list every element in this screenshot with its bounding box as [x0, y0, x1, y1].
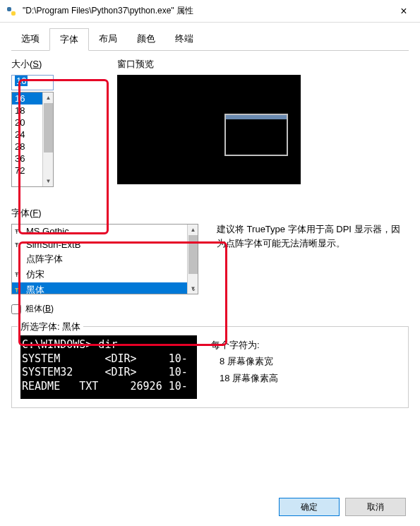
size-option[interactable]: 20 — [12, 116, 44, 128]
char-height-text: 18 屏幕像素高 — [211, 370, 400, 386]
truetype-icon: Ŧ — [15, 228, 23, 235]
font-option[interactable]: ŦMS Gothic — [12, 225, 198, 238]
truetype-icon: Ŧ — [15, 287, 23, 294]
scroll-thumb[interactable] — [188, 235, 198, 274]
scroll-up-icon[interactable]: ▲ — [188, 225, 198, 235]
bold-checkbox[interactable] — [11, 304, 21, 314]
cancel-button[interactable]: 取消 — [345, 498, 406, 516]
tab-font[interactable]: 字体 — [49, 28, 89, 51]
size-listbox[interactable]: 16 18 20 24 28 36 72 ▲ ▼ — [11, 92, 54, 187]
size-group: 大小(S) 16 16 18 20 24 28 36 72 ▲ ▼ — [11, 58, 103, 187]
svg-rect-1 — [11, 11, 16, 16]
truetype-icon: Ŧ — [15, 241, 23, 249]
preview-mini-titlebar — [226, 115, 287, 119]
ok-button[interactable]: 确定 — [279, 498, 340, 516]
scroll-thumb[interactable] — [44, 103, 53, 153]
char-info: 每个字符为: 8 屏幕像素宽 18 屏幕像素高 — [211, 335, 400, 399]
svg-rect-0 — [7, 7, 11, 11]
size-scrollbar[interactable]: ▲ ▼ — [42, 92, 53, 186]
scroll-down-icon[interactable]: ▼ — [44, 176, 53, 186]
size-input-value: 16 — [15, 76, 28, 86]
sample-console: C:\WINDOWS> dir SYSTEM <DIR> 10- SYSTEM3… — [20, 335, 197, 399]
tab-options[interactable]: 选项 — [11, 28, 49, 50]
font-scrollbar[interactable]: ▲ ▼ — [187, 225, 198, 294]
size-option[interactable]: 28 — [12, 141, 44, 153]
scroll-up-icon[interactable]: ▲ — [44, 92, 53, 103]
font-group: 字体(F) ŦMS Gothic ŦSimSun-ExtB 点阵字体 Ŧ仿宋 Ŧ… — [11, 207, 205, 294]
size-input[interactable]: 16 — [11, 75, 54, 90]
char-width-text: 8 屏幕像素宽 — [211, 353, 400, 369]
tab-bar: 选项 字体 布局 颜色 终端 — [11, 28, 409, 51]
selected-font-legend: 所选字体: 黑体 — [18, 321, 83, 333]
font-hint-text: 建议将 TrueType 字体用于高 DPI 显示器，因为点阵字体可能无法清晰显… — [217, 207, 409, 294]
font-option[interactable]: ŦSimSun-ExtB — [12, 238, 198, 251]
selected-font-group: 所选字体: 黑体 C:\WINDOWS> dir SYSTEM <DIR> 10… — [11, 326, 409, 408]
bold-checkbox-row: 粗体(B) — [11, 303, 409, 315]
char-info-label: 每个字符为: — [211, 337, 400, 353]
window-title: "D:\Program Files\Python37\python.exe" 属… — [23, 5, 388, 17]
size-option[interactable]: 72 — [12, 165, 44, 177]
tab-layout[interactable]: 布局 — [89, 28, 127, 50]
size-option[interactable]: 24 — [12, 128, 44, 141]
python-icon — [6, 6, 17, 17]
tab-colors[interactable]: 颜色 — [127, 28, 165, 50]
tab-terminal[interactable]: 终端 — [165, 28, 203, 50]
chevron-down-icon: ⌄ — [191, 285, 196, 292]
dialog-buttons: 确定 取消 — [279, 498, 406, 516]
size-option[interactable]: 36 — [12, 153, 44, 165]
titlebar: "D:\Program Files\Python37\python.exe" 属… — [0, 0, 420, 23]
font-option[interactable]: Ŧ黑体 — [12, 282, 198, 294]
dialog-body: 选项 字体 布局 颜色 终端 大小(S) 16 16 18 20 24 28 3… — [0, 23, 420, 443]
size-label: 大小(S) — [11, 58, 103, 71]
preview-label: 窗口预览 — [117, 58, 409, 71]
font-option[interactable]: Ŧ仿宋 — [12, 267, 198, 282]
font-label: 字体(F) — [11, 207, 205, 220]
truetype-icon: Ŧ — [15, 271, 23, 278]
close-button[interactable]: × — [388, 0, 420, 23]
font-listbox[interactable]: ŦMS Gothic ŦSimSun-ExtB 点阵字体 Ŧ仿宋 Ŧ黑体 ▲ ▼… — [11, 224, 198, 294]
preview-canvas — [117, 75, 301, 184]
preview-mini-window — [224, 114, 288, 156]
size-option[interactable]: 18 — [12, 104, 44, 116]
preview-group: 窗口预览 — [117, 58, 409, 187]
bold-label: 粗体(B) — [25, 303, 54, 315]
font-option[interactable]: 点阵字体 — [12, 251, 198, 267]
size-option[interactable]: 16 — [12, 92, 44, 104]
